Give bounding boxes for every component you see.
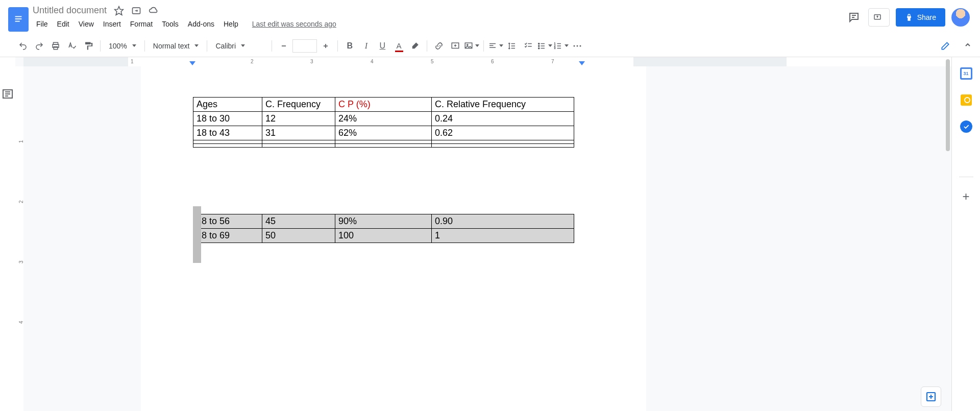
font-size-decrease-button[interactable] <box>276 38 291 54</box>
get-addons-button[interactable]: + <box>959 189 973 204</box>
table-cell[interactable] <box>262 144 335 148</box>
table-cell[interactable]: 100 <box>335 229 432 243</box>
table-cell[interactable] <box>432 144 574 148</box>
show-outline-button[interactable] <box>2 88 14 100</box>
table-cell[interactable]: 90% <box>335 214 432 229</box>
table-cell[interactable] <box>335 144 432 148</box>
calendar-addon-button[interactable] <box>959 66 973 81</box>
tasks-addon-button[interactable] <box>959 119 973 134</box>
underline-button[interactable]: U <box>375 38 390 54</box>
account-avatar[interactable] <box>951 8 970 27</box>
font-size-input[interactable] <box>292 39 317 53</box>
docs-logo-icon[interactable] <box>8 7 29 32</box>
move-folder-icon[interactable] <box>131 6 141 16</box>
editing-mode-button[interactable] <box>935 39 959 53</box>
add-comment-button[interactable] <box>448 38 463 54</box>
scrollbar-thumb[interactable] <box>946 59 950 151</box>
checklist-button[interactable] <box>521 38 536 54</box>
star-icon[interactable] <box>114 6 124 16</box>
selection-handle[interactable] <box>193 214 201 246</box>
horizontal-ruler[interactable]: 1 2 3 4 5 6 7 <box>23 57 951 66</box>
bulleted-list-button[interactable] <box>537 38 552 54</box>
menu-file[interactable]: File <box>33 18 52 30</box>
table-row[interactable]: 18 to 69 50 100 1 <box>193 229 574 243</box>
share-button[interactable]: Share <box>896 8 945 27</box>
table-cell[interactable]: 18 to 56 <box>193 214 262 229</box>
table-header[interactable]: Ages <box>193 98 262 112</box>
ruler-mark: 4 <box>371 59 374 64</box>
more-tools-button[interactable] <box>570 38 585 54</box>
table-cell[interactable]: 18 to 30 <box>193 112 262 126</box>
keep-addon-button[interactable] <box>959 93 973 107</box>
table-header[interactable]: C. Frequency <box>262 98 335 112</box>
font-size-increase-button[interactable] <box>318 38 333 54</box>
numbered-list-button[interactable]: 123 <box>553 38 569 54</box>
align-button[interactable] <box>488 38 503 54</box>
page-content[interactable]: Ages C. Frequency C P (%) C. Relative Fr… <box>193 66 646 243</box>
document-canvas[interactable]: 1 2 3 4 1 2 3 4 5 6 7 <box>15 57 951 411</box>
frequency-table-1[interactable]: Ages C. Frequency C P (%) C. Relative Fr… <box>193 97 574 148</box>
insert-link-button[interactable] <box>431 38 447 54</box>
table-row[interactable]: Ages C. Frequency C P (%) C. Relative Fr… <box>193 98 574 112</box>
table-cell[interactable] <box>432 140 574 144</box>
ruler-mark: 7 <box>551 59 554 64</box>
zoom-dropdown[interactable]: 100% <box>105 38 140 54</box>
table-cell[interactable] <box>335 140 432 144</box>
table-cell[interactable]: 18 to 69 <box>193 229 262 243</box>
table-cell[interactable]: 45 <box>262 214 335 229</box>
table-cell[interactable]: 18 to 43 <box>193 126 262 140</box>
table-cell[interactable]: 1 <box>432 229 574 243</box>
table-row[interactable]: 18 to 56 45 90% 0.90 <box>193 214 574 229</box>
table-cell[interactable]: 50 <box>262 229 335 243</box>
menu-addons[interactable]: Add-ons <box>184 18 218 30</box>
frequency-table-2-selected[interactable]: 18 to 56 45 90% 0.90 18 to 69 50 100 1 <box>193 214 574 243</box>
table-cell[interactable]: 24% <box>335 112 432 126</box>
table-header[interactable]: C. Relative Frequency <box>432 98 574 112</box>
undo-button[interactable] <box>15 38 31 54</box>
spellcheck-button[interactable] <box>64 38 80 54</box>
table-cell[interactable]: 62% <box>335 126 432 140</box>
table-cell[interactable]: 0.90 <box>432 214 574 229</box>
table-cell[interactable]: 12 <box>262 112 335 126</box>
table-header[interactable]: C P (%) <box>335 98 432 112</box>
open-comments-button[interactable] <box>846 9 862 26</box>
vertical-scrollbar[interactable] <box>944 57 950 411</box>
table-row[interactable]: 18 to 30 12 24% 0.24 <box>193 112 574 126</box>
menu-insert[interactable]: Insert <box>100 18 125 30</box>
bold-button[interactable]: B <box>342 38 357 54</box>
menu-format[interactable]: Format <box>127 18 156 30</box>
paint-format-button[interactable] <box>81 38 96 54</box>
italic-button[interactable]: I <box>358 38 374 54</box>
menu-help[interactable]: Help <box>220 18 242 30</box>
explore-button[interactable] <box>921 386 941 407</box>
table-cell[interactable]: 31 <box>262 126 335 140</box>
indent-marker-icon[interactable] <box>189 61 195 65</box>
cloud-status-icon[interactable] <box>149 6 159 16</box>
table-cell[interactable] <box>193 140 262 144</box>
menu-tools[interactable]: Tools <box>158 18 182 30</box>
table-row[interactable] <box>193 140 574 144</box>
font-family-dropdown[interactable]: Calibri <box>211 38 267 54</box>
redo-button[interactable] <box>32 38 47 54</box>
menu-view[interactable]: View <box>75 18 97 30</box>
line-spacing-button[interactable] <box>504 38 520 54</box>
table-cell[interactable] <box>193 144 262 148</box>
table-cell[interactable]: 0.24 <box>432 112 574 126</box>
table-row[interactable]: 18 to 43 31 62% 0.62 <box>193 126 574 140</box>
highlight-color-button[interactable] <box>407 38 423 54</box>
vertical-ruler[interactable]: 1 2 3 4 <box>15 66 23 411</box>
insert-image-button[interactable] <box>464 38 479 54</box>
collapse-toolbar-button[interactable] <box>964 41 972 51</box>
table-row[interactable] <box>193 144 574 148</box>
document-title[interactable]: Untitled document <box>33 5 107 16</box>
last-edit-link[interactable]: Last edit was seconds ago <box>252 20 336 28</box>
paragraph-style-dropdown[interactable]: Normal text <box>149 38 203 54</box>
present-button[interactable] <box>868 8 890 27</box>
text-color-button[interactable]: A <box>391 38 406 54</box>
print-button[interactable] <box>48 38 63 54</box>
selection-handle[interactable] <box>193 246 201 263</box>
right-indent-marker-icon[interactable] <box>579 61 585 65</box>
menu-edit[interactable]: Edit <box>54 18 73 30</box>
table-cell[interactable] <box>262 140 335 144</box>
table-cell[interactable]: 0.62 <box>432 126 574 140</box>
